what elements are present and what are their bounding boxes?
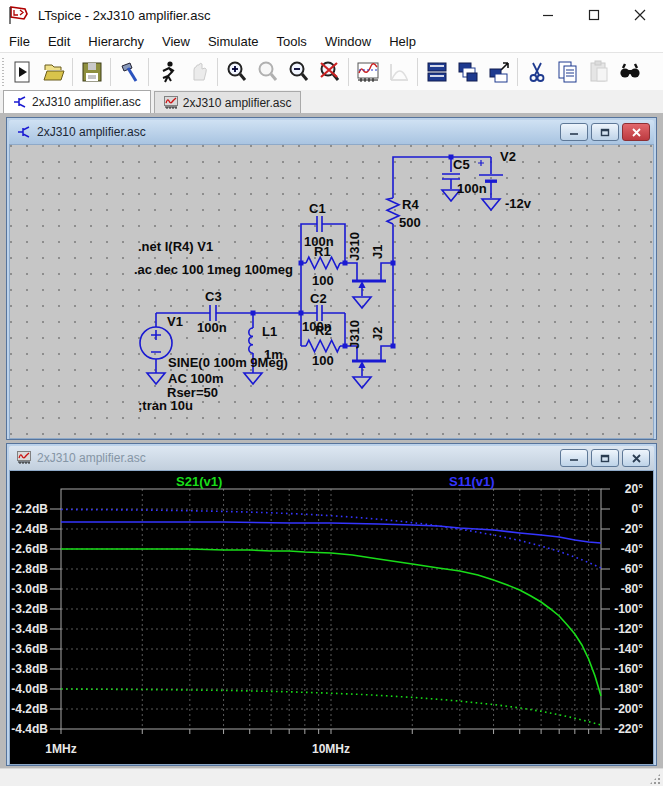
close-icon (632, 454, 641, 463)
tab-label: 2xJ310 amplifier.asc (183, 96, 292, 110)
schematic-canvas[interactable]: .net I(R4) V1.ac dec 100 1meg 100megV1C3… (9, 144, 654, 439)
tabbar: 2xJ310 amplifier.asc 2xJ310 amplifier.as… (0, 90, 663, 114)
y-left-tick-label: -2.2dB (11, 502, 48, 516)
close-icon (632, 128, 641, 137)
waveform-tab-icon (164, 96, 178, 110)
schematic-tab-icon (13, 95, 27, 109)
spice-netlist-button (383, 56, 414, 88)
schematic-label: ;tran 10u (138, 398, 193, 413)
schematic-label: -12v (505, 196, 532, 211)
menu-edit[interactable]: Edit (39, 31, 79, 52)
titlebar[interactable]: LTspice - 2xJ310 amplifier.asc (0, 0, 663, 30)
tile-vertical-button[interactable] (452, 56, 483, 88)
schematic-label: 100n (457, 181, 487, 196)
tab-waveform[interactable]: 2xJ310 amplifier.asc (154, 91, 302, 113)
schematic-label: 100 (312, 273, 334, 288)
zoom-in-button[interactable] (221, 56, 252, 88)
schematic-minimize-button[interactable] (560, 123, 588, 141)
copy-button[interactable] (552, 56, 583, 88)
y-right-tick-label: -40° (621, 542, 643, 556)
open-button[interactable] (38, 56, 69, 88)
schematic-close-button[interactable] (622, 123, 650, 141)
paste-button (583, 56, 614, 88)
open-icon (41, 59, 67, 85)
run-button[interactable] (152, 56, 183, 88)
y-left-tick-label: -3.6dB (11, 642, 48, 656)
find-button[interactable] (614, 56, 645, 88)
zoom-out-button[interactable] (283, 56, 314, 88)
resize-grip-icon[interactable] (649, 773, 661, 785)
close-button[interactable] (617, 0, 663, 30)
find-icon (617, 59, 643, 85)
schematic-label: C3 (205, 289, 222, 304)
statusbar (0, 768, 663, 786)
zoom-fit-button[interactable] (314, 56, 345, 88)
menubar: FileEditHierarchyViewSimulateToolsWindow… (0, 30, 663, 52)
tab-label: 2xJ310 amplifier.asc (32, 95, 141, 109)
y-left-tick-label: -2.6dB (11, 542, 48, 556)
schematic-label: J2 (370, 327, 385, 341)
restore-icon (600, 128, 610, 137)
schematic-labels: .net I(R4) V1.ac dec 100 1meg 100megV1C3… (134, 149, 532, 413)
toolbar-grip[interactable] (2, 58, 4, 86)
maximize-button[interactable] (571, 0, 617, 30)
ltspice-logo-icon (8, 5, 30, 25)
halt-icon (186, 59, 212, 85)
waveform-restore-button[interactable] (591, 449, 619, 467)
schematic-label: V1 (167, 314, 183, 329)
new-schematic-button[interactable] (7, 56, 38, 88)
zoom-back-button (252, 56, 283, 88)
menu-hierarchy[interactable]: Hierarchy (79, 31, 153, 52)
y-left-tick-label: -4.0dB (11, 682, 48, 696)
schematic-label: R4 (402, 197, 419, 212)
toolbar-separator (110, 58, 111, 86)
menu-tools[interactable]: Tools (268, 31, 316, 52)
schematic-label: 500 (399, 215, 421, 230)
waveform-pane-icon (355, 59, 381, 85)
schematic-label: J310 (347, 320, 362, 349)
tile-vertical-icon (455, 59, 481, 85)
waveform-close-button[interactable] (622, 449, 650, 467)
waveform-plot-canvas[interactable]: -2.2dB-2.4dB-2.6dB-2.8dB-3.0dB-3.2dB-3.4… (9, 470, 654, 765)
schematic-window-icon (17, 125, 31, 139)
schematic-drawing: .net I(R4) V1.ac dec 100 1meg 100megV1C3… (10, 145, 655, 438)
waveform-plot: -2.2dB-2.4dB-2.6dB-2.8dB-3.0dB-3.2dB-3.4… (10, 471, 655, 764)
y-left-tick-label: -2.8dB (11, 562, 48, 576)
waveform-pane-button[interactable] (352, 56, 383, 88)
schematic-restore-button[interactable] (591, 123, 619, 141)
y-right-tick-label: -80° (621, 582, 643, 596)
zoom-back-icon (255, 59, 281, 85)
y-left-tick-label: -3.8dB (11, 662, 48, 676)
waveform-window: 2xJ310 amplifier.asc -2.2dB-2.4dB-2.6dB-… (6, 443, 657, 766)
menu-file[interactable]: File (0, 31, 39, 52)
schematic-label: C1 (309, 201, 326, 216)
waveform-window-titlebar[interactable]: 2xJ310 amplifier.asc (9, 446, 654, 470)
zoom-fit-icon (317, 59, 343, 85)
trace-s21v1-magnitude (61, 549, 601, 696)
y-left-tick-label: -4.4dB (11, 722, 48, 736)
toolbar-separator (348, 58, 349, 86)
toolbar-separator (72, 58, 73, 86)
menu-simulate[interactable]: Simulate (199, 31, 268, 52)
close-icon (634, 9, 646, 21)
schematic-label: .ac dec 100 1meg 100meg (134, 262, 293, 277)
menu-view[interactable]: View (153, 31, 199, 52)
tile-horizontal-button[interactable] (421, 56, 452, 88)
window-title: LTspice - 2xJ310 amplifier.asc (38, 8, 210, 23)
new-schematic-icon (10, 59, 36, 85)
waveform-minimize-button[interactable] (560, 449, 588, 467)
y-right-tick-label: -100° (614, 602, 643, 616)
cut-button[interactable] (521, 56, 552, 88)
zoom-in-icon (224, 59, 250, 85)
save-button[interactable] (76, 56, 107, 88)
minimize-button[interactable] (525, 0, 571, 30)
cascade-icon (486, 59, 512, 85)
waveform-window-icon (17, 451, 31, 465)
cascade-button[interactable] (483, 56, 514, 88)
tab-schematic[interactable]: 2xJ310 amplifier.asc (3, 90, 151, 113)
menu-help[interactable]: Help (380, 31, 425, 52)
waveform-window-title: 2xJ310 amplifier.asc (37, 451, 146, 465)
schematic-window-titlebar[interactable]: 2xJ310 amplifier.asc (9, 120, 654, 144)
control-panel-button[interactable] (114, 56, 145, 88)
menu-window[interactable]: Window (316, 31, 380, 52)
